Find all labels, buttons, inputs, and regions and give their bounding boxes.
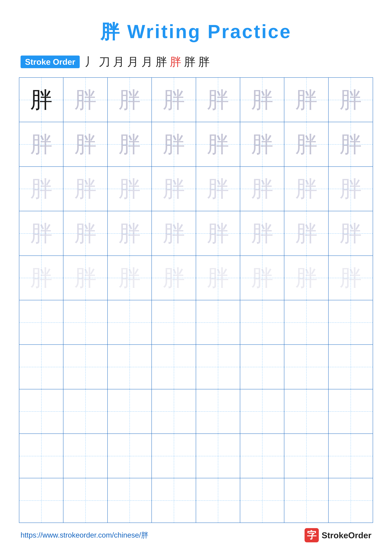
stroke-order-row: Stroke Order 丿 刀 月 月 月 胖 胖 胖 胖 [0, 45, 392, 74]
logo-name: StrokeOrder [322, 530, 371, 540]
grid-cell: 胖 [19, 256, 64, 300]
grid-cell[interactable] [240, 300, 284, 344]
grid-cell: 胖 [240, 256, 284, 300]
grid-cell: 胖 [196, 122, 240, 166]
grid-cell[interactable] [328, 300, 373, 344]
grid-cell: 胖 [108, 256, 152, 300]
stroke-sequence: 丿 刀 月 月 月 胖 胖 胖 胖 [85, 54, 210, 69]
grid-cell: 胖 [328, 167, 373, 211]
grid-cell: 胖 [64, 167, 107, 211]
grid-cell[interactable] [64, 478, 107, 522]
grid-cell[interactable] [196, 300, 240, 344]
grid-row-9 [19, 434, 373, 478]
grid-cell[interactable] [196, 345, 240, 389]
grid-cell[interactable] [152, 478, 196, 522]
grid-cell[interactable] [328, 345, 373, 389]
grid-cell[interactable] [284, 389, 328, 433]
logo-char: 字 [307, 529, 316, 542]
grid-cell: 胖 [284, 78, 328, 122]
grid-cell[interactable] [240, 478, 284, 522]
stroke-5: 月 [141, 54, 153, 69]
footer-logo: 字 StrokeOrder [305, 528, 371, 542]
grid-cell[interactable] [284, 478, 328, 522]
grid-cell: 胖 [240, 78, 284, 122]
grid-cell[interactable] [108, 345, 152, 389]
grid-cell: 胖 [19, 211, 64, 255]
logo-icon: 字 [305, 528, 319, 542]
grid-cell: 胖 [152, 256, 196, 300]
grid-cell: 胖 [240, 167, 284, 211]
stroke-4: 月 [127, 54, 139, 69]
grid-cell: 胖 [240, 122, 284, 166]
grid-cell[interactable] [328, 478, 373, 522]
grid-cell[interactable] [108, 434, 152, 478]
grid-cell: 胖 [196, 256, 240, 300]
grid-cell[interactable] [196, 478, 240, 522]
grid-cell: 胖 [64, 211, 107, 255]
grid-cell: 胖 [240, 211, 284, 255]
grid-cell: 胖 [19, 122, 64, 166]
grid-cell: 胖 [108, 78, 152, 122]
grid-cell[interactable] [328, 434, 373, 478]
grid-cell: 胖 [108, 211, 152, 255]
grid-cell[interactable] [152, 300, 196, 344]
grid-cell: 胖 [196, 211, 240, 255]
grid-row-10 [19, 478, 373, 522]
grid-cell[interactable] [196, 434, 240, 478]
grid-cell[interactable] [108, 389, 152, 433]
grid-cell: 胖 [108, 167, 152, 211]
grid-cell[interactable] [19, 434, 64, 478]
grid-cell[interactable] [284, 345, 328, 389]
grid-cell: 胖 [152, 78, 196, 122]
grid-cell: 胖 [152, 211, 196, 255]
grid-row-2: 胖 胖 胖 胖 胖 胖 胖 胖 [19, 122, 373, 167]
stroke-1: 丿 [85, 54, 96, 69]
grid-cell[interactable] [64, 345, 107, 389]
grid-cell[interactable] [284, 434, 328, 478]
grid-cell: 胖 [328, 78, 373, 122]
stroke-8: 胖 [184, 54, 195, 69]
grid-row-6 [19, 300, 373, 345]
grid-cell[interactable] [64, 389, 107, 433]
grid-cell[interactable] [19, 345, 64, 389]
grid-row-8 [19, 389, 373, 434]
grid-cell: 胖 [284, 167, 328, 211]
page-title: 胖 Writing Practice [0, 0, 392, 45]
grid-cell: 胖 [328, 211, 373, 255]
footer: https://www.strokeorder.com/chinese/胖 字 … [0, 528, 392, 542]
grid-cell: 胖 [328, 122, 373, 166]
grid-cell[interactable] [64, 300, 107, 344]
grid-cell: 胖 [64, 78, 107, 122]
grid-cell[interactable] [240, 345, 284, 389]
grid-row-3: 胖 胖 胖 胖 胖 胖 胖 胖 [19, 167, 373, 211]
grid-row-1: 胖 胖 胖 胖 胖 胖 胖 胖 [19, 78, 373, 122]
grid-cell[interactable] [19, 389, 64, 433]
grid-row-4: 胖 胖 胖 胖 胖 胖 胖 胖 [19, 211, 373, 256]
grid-cell: 胖 [19, 78, 64, 122]
grid-cell[interactable] [240, 389, 284, 433]
grid-cell: 胖 [196, 167, 240, 211]
grid-cell[interactable] [284, 300, 328, 344]
grid-cell[interactable] [64, 434, 107, 478]
grid-cell[interactable] [152, 434, 196, 478]
grid-cell: 胖 [108, 122, 152, 166]
grid-cell[interactable] [328, 389, 373, 433]
grid-cell: 胖 [64, 122, 107, 166]
grid-cell[interactable] [152, 345, 196, 389]
footer-url[interactable]: https://www.strokeorder.com/chinese/胖 [21, 530, 148, 540]
grid-row-5: 胖 胖 胖 胖 胖 胖 胖 胖 [19, 256, 373, 300]
grid-cell[interactable] [19, 300, 64, 344]
grid-cell[interactable] [152, 389, 196, 433]
stroke-6: 胖 [156, 54, 167, 69]
grid-cell[interactable] [196, 389, 240, 433]
practice-grid: 胖 胖 胖 胖 胖 胖 胖 胖 胖 胖 胖 胖 胖 胖 胖 胖 胖 胖 胖 胖 … [19, 77, 373, 523]
grid-row-7 [19, 345, 373, 389]
stroke-3: 月 [113, 54, 124, 69]
grid-cell[interactable] [108, 478, 152, 522]
grid-cell[interactable] [19, 478, 64, 522]
grid-cell[interactable] [108, 300, 152, 344]
grid-cell[interactable] [240, 434, 284, 478]
grid-cell: 胖 [328, 256, 373, 300]
grid-cell: 胖 [152, 122, 196, 166]
stroke-7: 胖 [170, 54, 181, 69]
